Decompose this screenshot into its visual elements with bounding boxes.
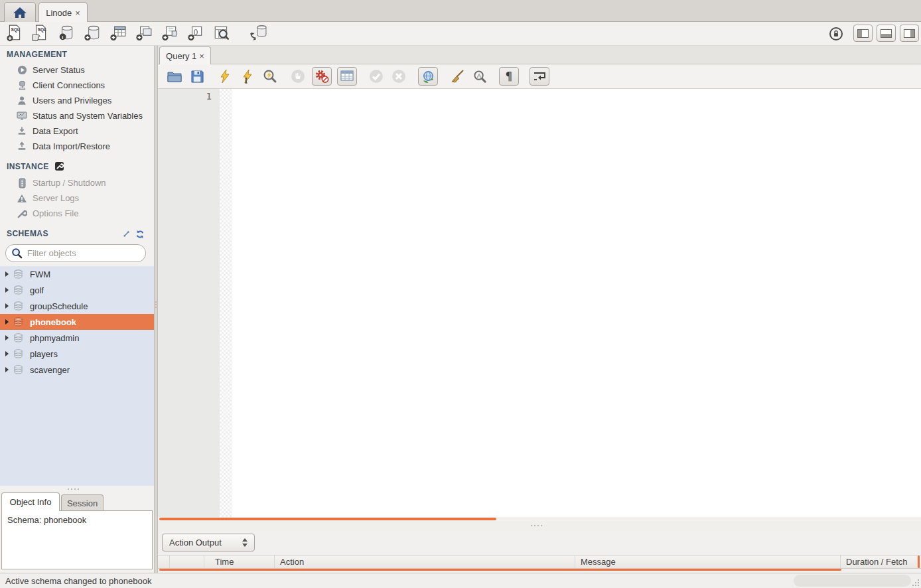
output-selector-dropdown[interactable]: Action Output xyxy=(162,534,255,551)
schema-row-scavenger[interactable]: scavenger xyxy=(0,362,154,378)
output-horizontal-scrollbar[interactable] xyxy=(159,569,841,571)
save-icon xyxy=(191,70,204,83)
rollback-button[interactable] xyxy=(390,68,407,85)
status-message: Active schema changed to phonebook xyxy=(5,576,151,586)
execute-script-button[interactable] xyxy=(216,68,234,85)
schema-row-phpmyadmin[interactable]: phpmyadmin xyxy=(0,330,154,346)
reconnect-dbms-button[interactable] xyxy=(249,24,267,42)
tab-object-info[interactable]: Object Info xyxy=(1,492,60,511)
sidebar-item-server-logs[interactable]: Server Logs xyxy=(0,190,154,206)
view-plus-icon xyxy=(135,25,153,42)
monitor-icon xyxy=(17,111,27,121)
sidebar-item-options-file[interactable]: Options File xyxy=(0,206,154,221)
column-header-duration-fetch[interactable]: Duration / Fetch xyxy=(841,555,921,568)
new-sql-tab-button[interactable]: SQL xyxy=(5,24,23,42)
sidebar-item-label: Server Status xyxy=(33,65,85,75)
clear-query-button[interactable] xyxy=(449,68,466,85)
tab-query-1[interactable]: Query 1 × xyxy=(159,46,211,64)
output-vertical-scrollbar[interactable] xyxy=(918,555,920,568)
sidebar-item-users-privileges[interactable]: Users and Privileges xyxy=(0,93,154,108)
expander-icon[interactable] xyxy=(5,351,9,356)
schema-row-groupschedule[interactable]: groupSchedule xyxy=(0,298,154,314)
output-splitter[interactable] xyxy=(158,521,921,531)
expand-schemas-button[interactable] xyxy=(122,230,131,240)
sql-editor[interactable]: 1 xyxy=(158,89,921,517)
sidebar-item-data-export[interactable]: Data Export xyxy=(0,123,154,139)
line-number-gutter: 1 xyxy=(158,89,220,517)
sidebar-item-data-import[interactable]: Data Import/Restore xyxy=(0,139,154,154)
schema-row-fwm[interactable]: FWM xyxy=(0,266,154,282)
column-header-time[interactable]: Time xyxy=(204,555,275,568)
explain-plan-button[interactable] xyxy=(261,68,279,85)
expander-icon[interactable] xyxy=(5,335,9,340)
toggle-output-area-button[interactable] xyxy=(877,25,896,42)
expander-icon[interactable] xyxy=(5,287,9,293)
object-info-panel: Schema: phonebook xyxy=(1,510,153,569)
close-icon[interactable]: × xyxy=(199,52,204,60)
toggle-right-sidebar-button[interactable] xyxy=(900,25,919,42)
svg-text:A: A xyxy=(476,72,480,78)
sidebar-item-label: Users and Privileges xyxy=(33,96,111,106)
column-header-action[interactable]: Action xyxy=(275,555,575,568)
sidebar-splitter-handle[interactable] xyxy=(68,488,79,490)
column-header-blank2[interactable] xyxy=(170,555,204,568)
sidebar-item-server-status[interactable]: Server Status xyxy=(0,62,154,78)
refresh-schemas-button[interactable] xyxy=(135,230,145,241)
search-table-data-button[interactable] xyxy=(212,24,230,42)
create-view-button[interactable] xyxy=(135,24,153,42)
toggle-autocommit-button[interactable] xyxy=(418,67,438,86)
create-function-button[interactable]: () xyxy=(186,24,204,42)
toggle-stop-on-error-button[interactable] xyxy=(312,67,332,86)
schemas-section-header: SCHEMAS xyxy=(7,229,48,238)
create-schema-button[interactable] xyxy=(83,24,101,42)
expander-icon[interactable] xyxy=(5,367,9,372)
database-reconnect-icon xyxy=(249,25,267,42)
database-info-icon: i xyxy=(58,25,75,42)
find-button[interactable]: A xyxy=(471,68,488,85)
sidebar-item-status-system-variables[interactable]: Status and System Variables xyxy=(0,108,154,123)
rollback-x-icon xyxy=(391,69,406,84)
schema-row-golf[interactable]: golf xyxy=(0,282,154,298)
schema-inspector-button[interactable]: i xyxy=(57,24,75,42)
save-script-button[interactable] xyxy=(188,68,206,85)
home-tab[interactable] xyxy=(4,2,36,23)
editor-horizontal-scrollbar[interactable] xyxy=(159,518,496,520)
create-table-button[interactable] xyxy=(109,24,127,42)
spinner-arrows-icon[interactable] xyxy=(242,538,248,547)
lightning-icon xyxy=(218,69,232,84)
execute-current-statement-button[interactable] xyxy=(239,68,256,85)
table-search-icon xyxy=(213,25,230,42)
splitter-handle[interactable] xyxy=(531,525,542,526)
folder-icon xyxy=(167,70,182,82)
sidebar-item-label: Server Logs xyxy=(33,193,79,203)
expander-icon[interactable] xyxy=(5,319,9,325)
toggle-invisible-characters-button[interactable]: ¶ xyxy=(499,67,519,86)
toggle-word-wrap-button[interactable] xyxy=(530,67,549,86)
sidebar-item-client-connections[interactable]: Client Connections xyxy=(0,78,154,93)
schema-row-players[interactable]: players xyxy=(0,346,154,362)
connection-tab-linode[interactable]: Linode × xyxy=(38,2,88,23)
stop-execution-button[interactable] xyxy=(289,68,307,85)
resize-grip[interactable] xyxy=(912,579,919,586)
commit-button[interactable] xyxy=(368,68,385,85)
expander-icon[interactable] xyxy=(5,271,9,277)
commit-check-icon xyxy=(369,69,384,84)
statusbar-pill xyxy=(794,575,911,587)
sidebar-item-startup-shutdown[interactable]: Startup / Shutdown xyxy=(0,175,154,190)
open-sql-script-button[interactable]: SQL xyxy=(31,24,49,42)
toggle-left-sidebar-button[interactable] xyxy=(853,25,873,42)
connection-tab-label: Linode xyxy=(46,8,72,18)
tab-session[interactable]: Session xyxy=(61,494,104,511)
column-header-blank1[interactable] xyxy=(158,555,170,568)
schema-row-phonebook-selected[interactable]: phonebook xyxy=(0,314,154,330)
filter-objects-input[interactable] xyxy=(26,248,132,259)
lock-status-button[interactable] xyxy=(829,27,843,43)
sidebar-item-label: Data Import/Restore xyxy=(33,141,110,151)
open-file-button[interactable] xyxy=(166,68,183,85)
expander-icon[interactable] xyxy=(5,303,9,309)
close-icon[interactable]: × xyxy=(75,9,80,17)
create-procedure-button[interactable] xyxy=(161,24,178,42)
right-panel-icon xyxy=(904,29,915,38)
column-header-message[interactable]: Message xyxy=(575,555,841,568)
toggle-limit-rows-button[interactable] xyxy=(337,67,357,86)
